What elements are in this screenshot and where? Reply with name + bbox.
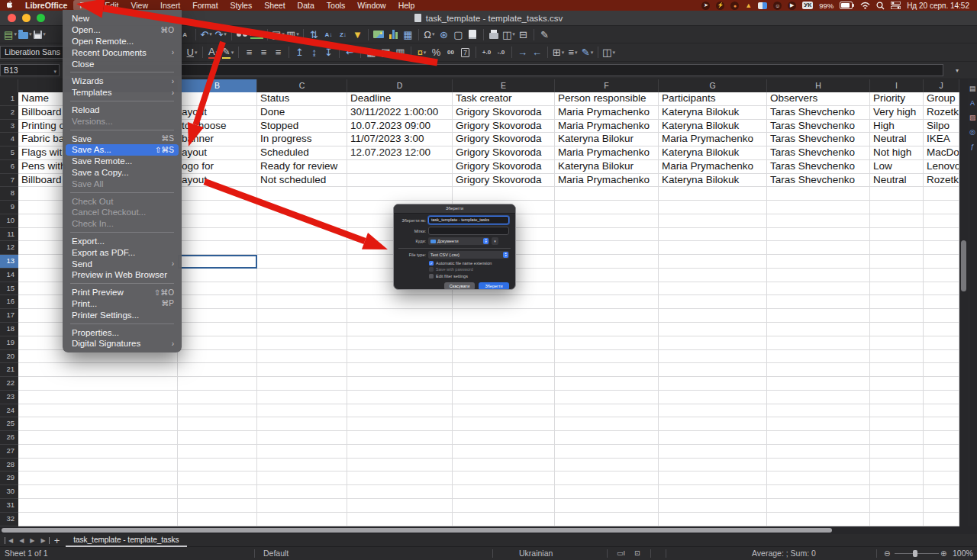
draw-functions-button[interactable]: ✎ [538, 27, 551, 42]
cell-I5[interactable]: Not high [870, 146, 924, 160]
cell-J29[interactable] [924, 471, 959, 485]
cell-J27[interactable] [924, 445, 959, 459]
row-header-22[interactable]: 22 [0, 377, 18, 391]
add-sheet-button[interactable]: + [54, 535, 60, 546]
cell-D8[interactable] [347, 187, 453, 201]
align-right-button[interactable]: ≡ [272, 45, 285, 60]
cell-F10[interactable] [555, 214, 659, 228]
smiley-icon[interactable]: ☺ [773, 2, 782, 10]
cell-C18[interactable] [257, 323, 347, 336]
row-header-30[interactable]: 30 [0, 485, 18, 499]
cell-F27[interactable] [555, 445, 659, 459]
find-replace-button[interactable] [236, 27, 249, 42]
menubar-item-tools[interactable]: Tools [321, 0, 352, 11]
file-menu-item-open[interactable]: Open...⌘O [66, 24, 179, 36]
cell-C3[interactable]: Stopped [257, 120, 347, 134]
cell-B27[interactable] [178, 445, 257, 459]
cell-E30[interactable] [453, 485, 555, 499]
cell-D25[interactable] [347, 417, 453, 431]
cell-C20[interactable] [257, 350, 347, 364]
cell-J4[interactable]: IKEA [924, 133, 959, 146]
cell-D1[interactable]: Deadline [347, 92, 453, 106]
cell-C1[interactable]: Status [257, 92, 347, 106]
cell-H25[interactable] [767, 417, 870, 431]
horizontal-scrollbar-thumb[interactable] [2, 528, 832, 533]
row-header-11[interactable]: 11 [0, 228, 18, 242]
row-header-3[interactable]: 3 [0, 120, 18, 134]
row-header-19[interactable]: 19 [0, 336, 18, 350]
cell-C26[interactable] [257, 431, 347, 445]
new-document-button[interactable]: ▤▾ [4, 27, 17, 42]
cell-D18[interactable] [347, 323, 453, 336]
cell-I15[interactable] [870, 282, 924, 296]
cell-F17[interactable] [555, 309, 659, 323]
location-icon[interactable]: ➤ [701, 2, 710, 10]
cell-E23[interactable] [453, 391, 555, 404]
first-sheet-button[interactable]: ◀ [5, 537, 16, 544]
dialog-checkbox-automatic-file-name-extension[interactable]: ✓Automatic file name extension [429, 261, 515, 266]
cell-C22[interactable] [257, 377, 347, 391]
insert-row-button[interactable]: ▤▾ [272, 27, 285, 42]
cell-F14[interactable] [555, 269, 659, 282]
selection-mode-icon[interactable]: ⊡ [634, 547, 640, 560]
cell-G31[interactable] [659, 499, 767, 513]
cell-J17[interactable] [924, 309, 959, 323]
cell-D5[interactable]: 12.07.2023 12:00 [347, 146, 453, 160]
cell-F20[interactable] [555, 350, 659, 364]
cell-A30[interactable] [18, 485, 178, 499]
format-currency-button[interactable]: ¤▾ [415, 45, 428, 60]
cell-E18[interactable] [453, 323, 555, 336]
vertical-scrollbar-thumb[interactable] [961, 240, 966, 291]
cell-J23[interactable] [924, 391, 959, 404]
cell-reference-box[interactable]: B13 [0, 64, 60, 76]
cell-H6[interactable]: Taras Shevchenko [767, 160, 870, 174]
row-header-32[interactable]: 32 [0, 513, 18, 526]
open-button[interactable]: ▾ [18, 27, 32, 42]
cell-C12[interactable] [257, 241, 347, 255]
file-menu-item-save-a-copy[interactable]: Save a Copy... [66, 167, 179, 179]
cell-G11[interactable] [659, 228, 767, 242]
cell-J9[interactable] [924, 201, 959, 214]
add-decimal-button[interactable]: +.0 [480, 45, 493, 60]
power-icon[interactable]: ⚡ [716, 2, 724, 10]
cell-H16[interactable] [767, 295, 870, 309]
row-header-5[interactable]: 5 [0, 146, 18, 160]
cell-J13[interactable] [924, 255, 959, 269]
cell-J28[interactable] [924, 459, 959, 472]
cell-B15[interactable] [178, 282, 257, 296]
cell-C8[interactable] [257, 187, 347, 201]
cell-B2[interactable]: ayout [178, 106, 257, 120]
menubar-item-view[interactable]: View [124, 0, 154, 11]
cell-E21[interactable] [453, 363, 555, 377]
undo-button[interactable]: ↶▾ [200, 27, 213, 42]
row-header-24[interactable]: 24 [0, 404, 18, 418]
cell-B1[interactable] [178, 92, 257, 106]
row-header-14[interactable]: 14 [0, 269, 18, 282]
cell-D6[interactable] [347, 160, 453, 174]
cell-H19[interactable] [767, 336, 870, 350]
cell-J5[interactable]: MacDonalds [924, 146, 959, 160]
functions-deck-icon[interactable]: ƒ [970, 143, 974, 150]
cell-F25[interactable] [555, 417, 659, 431]
cell-G23[interactable] [659, 391, 767, 404]
row-header-21[interactable]: 21 [0, 363, 18, 377]
cell-H9[interactable] [767, 201, 870, 214]
cell-B14[interactable] [178, 269, 257, 282]
border-color-button[interactable]: ✎▾ [581, 45, 594, 60]
cell-E1[interactable]: Task creator [453, 92, 555, 106]
file-menu-item-wizards[interactable]: Wizards› [66, 76, 179, 87]
wrap-text-button[interactable]: ↩ [343, 45, 356, 60]
file-menu-item-printer-settings[interactable]: Printer Settings... [66, 309, 179, 320]
cell-F24[interactable] [555, 404, 659, 418]
cell-E26[interactable] [453, 431, 555, 445]
column-header-C[interactable]: C [257, 79, 347, 92]
cell-I14[interactable] [870, 269, 924, 282]
cell-I8[interactable] [870, 187, 924, 201]
column-header-I[interactable]: I [870, 79, 924, 92]
cell-J26[interactable] [924, 431, 959, 445]
freeze-panes-button[interactable]: ◫▾ [502, 27, 515, 42]
headers-footers-button[interactable] [466, 27, 479, 42]
cell-B25[interactable] [178, 417, 257, 431]
file-menu-item-save[interactable]: Save⌘S [66, 133, 179, 144]
cell-H26[interactable] [767, 431, 870, 445]
